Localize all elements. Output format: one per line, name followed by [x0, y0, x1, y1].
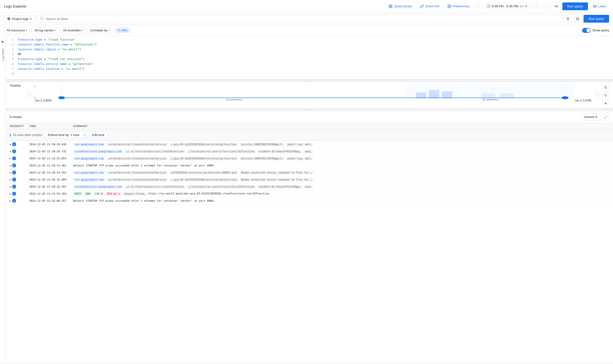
log-tag: run.googleapis.com: [73, 171, 105, 174]
row-expand-arrow[interactable]: ▶: [10, 150, 11, 153]
save-query-button[interactable]: [574, 15, 582, 23]
timestamp-cell: 2024-12-03 21:32:00.357: [29, 199, 73, 202]
log-tag: Ready condition status changed to True f…: [239, 178, 313, 182]
summary-cell: run.googleapis.com…ernalServices.CreateI…: [73, 178, 609, 182]
row-expand-arrow[interactable]: ▶: [10, 193, 11, 195]
log-tag: cloudfunctions.googleapis.com: [73, 150, 123, 153]
resize-dots-icon: — —: [306, 80, 312, 82]
preferences-button[interactable]: Preferences: [445, 3, 473, 10]
time-next-button[interactable]: →: [532, 2, 540, 10]
run-query-button[interactable]: Run query: [562, 2, 588, 10]
search-input[interactable]: [46, 17, 559, 21]
collapse-timeline-button[interactable]: ▲: [602, 100, 609, 106]
timestamp-cell: 2024-12-03 21:20:14.462: [29, 164, 73, 167]
resources-filter[interactable]: All resources ▾: [4, 27, 30, 34]
http-size: 146 B: [93, 192, 104, 196]
lognames-chevron: ▾: [54, 29, 56, 32]
share-link-button[interactable]: Share link: [417, 3, 443, 10]
timestamp-cell: 2024-12-03 21:18:20.438: [29, 143, 73, 146]
extend-time-dropdown[interactable]: ▾: [82, 132, 87, 137]
table-row[interactable]: ▶ i 2024-12-03 21:18:20.438run.googleapi…: [6, 141, 613, 148]
line-content: (resource.type = "cloud_run_revision"): [17, 57, 84, 61]
correlate-by-filter[interactable]: Correlate by ▾: [87, 27, 112, 34]
timeline-controls: ▲: [602, 84, 609, 106]
show-query-switch[interactable]: ✓: [582, 28, 591, 33]
table-row[interactable]: ▶ i 2024-12-03 21:20:14.462Default START…: [6, 162, 613, 169]
row-expand-arrow[interactable]: ▶: [10, 178, 11, 181]
time-forward-button[interactable]: ›: [542, 2, 550, 10]
log-rows-container: ▶ i 2024-12-03 21:18:20.438run.googleapi…: [6, 141, 613, 204]
severity-badge: i: [12, 149, 16, 153]
severities-filter[interactable]: All severities ▾: [60, 27, 85, 34]
table-row[interactable]: ▶ i 2024-12-03 21:19:25.054run.googleapi…: [6, 155, 613, 162]
log-names-filter[interactable]: All log names ▾: [32, 27, 58, 34]
log-tag: run.googleapis.com: [73, 178, 105, 182]
line-number: 4: [10, 52, 14, 56]
delete-query-button[interactable]: [564, 15, 572, 23]
row-expand-arrow[interactable]: ▶: [10, 157, 11, 160]
timeline-nav-left-button[interactable]: ‹: [26, 92, 32, 98]
severity-cell: ▶ i: [10, 199, 29, 203]
edit-time-button[interactable]: Edit time: [89, 132, 108, 138]
log-tag: aud…: [304, 150, 313, 153]
resources-chevron: ▾: [26, 29, 27, 32]
learn-button[interactable]: Learn: [590, 3, 609, 10]
svg-point-4: [449, 6, 450, 7]
severity-badge: i: [12, 164, 16, 167]
table-row[interactable]: ▶ i 2024-12-03 21:20:14.552run.googleapi…: [6, 169, 613, 176]
table-row[interactable]: ▶ i 2024-12-03 21:31:59.183POST200146 B8…: [6, 190, 613, 197]
extend-time-button[interactable]: Extend time by: 1 hour: [45, 132, 82, 138]
svg-point-6: [556, 6, 557, 7]
summary-cell: run.googleapis.com…ernalServices.CreateI…: [73, 171, 609, 174]
svg-line-10: [43, 19, 43, 20]
log-tag: …-gcp-03-2b35510595b8/services/gcfunctio…: [169, 178, 238, 182]
severity-cell: ▶ i: [10, 156, 29, 160]
time-range-selector[interactable]: 8:36 PM - 9:36 PM IST ▾: [484, 3, 530, 10]
query-line: 7resource.labels.location = "us-west1"): [6, 67, 613, 72]
query-editor[interactable]: 1(resource.type = "cloud_function"2resou…: [6, 36, 613, 79]
search-field: [37, 15, 562, 23]
timeline-label: Timeline: [10, 84, 24, 87]
streaming-button[interactable]: [552, 2, 560, 11]
project-selector[interactable]: Project logs ▾: [4, 15, 35, 22]
row-expand-arrow[interactable]: ▶: [10, 164, 11, 167]
row-expand-arrow[interactable]: ▶: [10, 143, 11, 146]
table-row[interactable]: ▶ i 2024-12-03 21:32:00.357Default START…: [6, 197, 613, 204]
actions-chevron-icon: ▾: [596, 115, 597, 119]
log-tag: aud…: [304, 185, 313, 189]
table-row[interactable]: ▶ i 2024-12-03 21:20:16.497cloudfunction…: [6, 183, 613, 190]
extra-filter-chip[interactable]: +1 filter: [114, 27, 131, 33]
delete-icon: [566, 17, 570, 20]
row-expand-arrow[interactable]: ▶: [10, 185, 11, 188]
log-tag: …s.v2.FunctionService.CreateFunction: [124, 150, 185, 153]
severity-badge: i: [12, 192, 16, 196]
log-tag: run.googleapis.com: [73, 143, 105, 146]
zoom-out-button[interactable]: [602, 92, 609, 99]
log-tag: student-02-bbacdf451df8@q…: [257, 150, 302, 153]
save-icon: [576, 17, 579, 20]
table-row[interactable]: ▶ i 2024-12-03 21:20:15.909run.googleapi…: [6, 176, 613, 183]
summary-cell: Default STARTUP TCP probe succeeded afte…: [73, 164, 609, 167]
time-prev-button[interactable]: ‹: [475, 2, 482, 10]
side-panel-toggle[interactable]: ▶: [0, 38, 6, 46]
severity-badge: i: [12, 156, 16, 160]
table-row[interactable]: ▶ i 2024-12-03 21:18:20.732cloudfunction…: [6, 148, 613, 155]
resize-handle[interactable]: — —: [6, 79, 613, 82]
http-method: POST: [73, 192, 83, 196]
query-library-icon: [389, 4, 392, 8]
zoom-in-button[interactable]: [602, 84, 609, 91]
row-expand-arrow[interactable]: ▶: [10, 199, 11, 202]
timeline-section: Timeline ‹ 4 0: [6, 82, 613, 108]
row-expand-arrow[interactable]: ▶: [10, 171, 11, 174]
log-fields-label: Log fields: [1, 48, 4, 61]
timeline-nav-right-button[interactable]: ›: [595, 92, 600, 98]
run-query-button-2[interactable]: Run query: [584, 15, 609, 23]
log-tag: …/locations/us-west1/functions/GCFunctio…: [187, 150, 256, 153]
actions-button[interactable]: Actions ▾: [581, 113, 600, 120]
query-library-button[interactable]: Query library: [386, 3, 415, 10]
expand-results-button[interactable]: [602, 114, 609, 120]
filter-toolbar: All resources ▾ All log names ▾ All seve…: [0, 25, 613, 36]
resize-handle-2[interactable]: — —: [6, 108, 613, 111]
top-nav: Logs Explorer Query library Share link P…: [0, 0, 613, 13]
col-severity: SEVERITY: [10, 125, 29, 128]
